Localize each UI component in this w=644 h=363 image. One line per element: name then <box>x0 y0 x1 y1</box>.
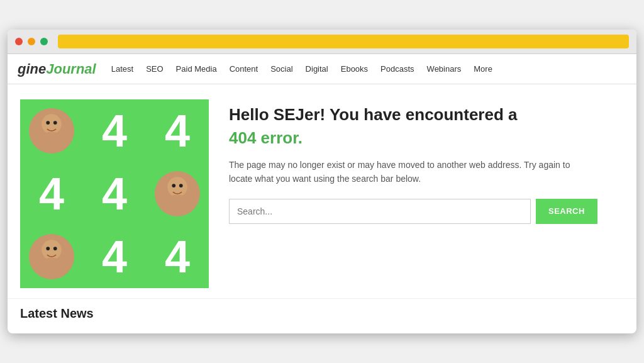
four-5: 4 <box>102 234 127 279</box>
nav-item-latest[interactable]: Latest <box>111 64 133 74</box>
minimize-button[interactable] <box>28 38 35 45</box>
four-4: 4 <box>102 171 127 216</box>
error-headline: Hello SEJer! You have encountered a <box>229 104 624 126</box>
error-description: The page may no longer exist or may have… <box>229 158 581 186</box>
site-nav: gineJournal Latest SEO Paid Media Conten… <box>8 54 636 84</box>
address-bar[interactable] <box>58 35 629 48</box>
four-3: 4 <box>39 171 64 216</box>
face-icon-1 <box>29 108 74 154</box>
grid-cell-four-2: 4 <box>146 99 209 162</box>
grid-cell-face-2 <box>146 162 209 225</box>
nav-item-content[interactable]: Content <box>230 64 258 74</box>
nav-item-paid-media[interactable]: Paid Media <box>176 64 217 74</box>
face-icon-2 <box>155 171 200 216</box>
svg-point-14 <box>39 257 64 274</box>
error-text-section: Hello SEJer! You have encountered a 404 … <box>229 99 624 224</box>
grid-cell-four-5: 4 <box>83 225 146 288</box>
face-icon-3 <box>29 234 74 279</box>
logo-journal-text: Journal <box>46 61 96 77</box>
error-image: 4 4 4 4 <box>20 99 209 288</box>
svg-point-12 <box>46 247 50 250</box>
nav-item-social[interactable]: Social <box>270 64 292 74</box>
close-button[interactable] <box>15 38 23 45</box>
error-404-text: 404 error. <box>229 128 624 148</box>
four-2: 4 <box>165 108 190 154</box>
svg-point-8 <box>179 184 183 187</box>
svg-point-3 <box>53 121 57 125</box>
nav-item-digital[interactable]: Digital <box>306 64 328 74</box>
nav-item-podcasts[interactable]: Podcasts <box>380 64 414 74</box>
maximize-button[interactable] <box>40 38 48 45</box>
svg-point-13 <box>53 247 57 250</box>
four-6: 4 <box>165 234 190 279</box>
latest-news-section: Latest News <box>8 298 636 333</box>
page-content: 4 4 4 4 <box>8 84 636 298</box>
search-row: SEARCH <box>229 199 624 224</box>
grid-cell-face-3 <box>20 225 83 288</box>
search-button[interactable]: SEARCH <box>536 199 597 224</box>
nav-item-ebooks[interactable]: Ebooks <box>341 64 368 74</box>
nav-item-webinars[interactable]: Webinars <box>427 64 462 74</box>
svg-point-7 <box>172 184 175 187</box>
grid-cell-four-6: 4 <box>146 225 209 288</box>
svg-point-9 <box>165 194 190 211</box>
grid-cell-four-4: 4 <box>83 162 146 225</box>
site-logo: gineJournal <box>18 61 96 77</box>
browser-window: gineJournal Latest SEO Paid Media Conten… <box>8 30 636 333</box>
browser-chrome <box>8 30 636 54</box>
four-1: 4 <box>102 108 127 154</box>
nav-item-seo[interactable]: SEO <box>146 64 163 74</box>
grid-cell-four-3: 4 <box>20 162 83 225</box>
latest-news-title: Latest News <box>20 306 624 321</box>
search-input[interactable] <box>229 199 531 224</box>
svg-point-4 <box>39 131 64 148</box>
logo-engine-text: gine <box>18 61 46 77</box>
svg-point-2 <box>46 121 50 125</box>
grid-cell-face-1 <box>20 99 83 162</box>
nav-item-more[interactable]: More <box>474 64 492 74</box>
grid-cell-four-1: 4 <box>83 99 146 162</box>
nav-items: Latest SEO Paid Media Content Social Dig… <box>111 64 492 74</box>
